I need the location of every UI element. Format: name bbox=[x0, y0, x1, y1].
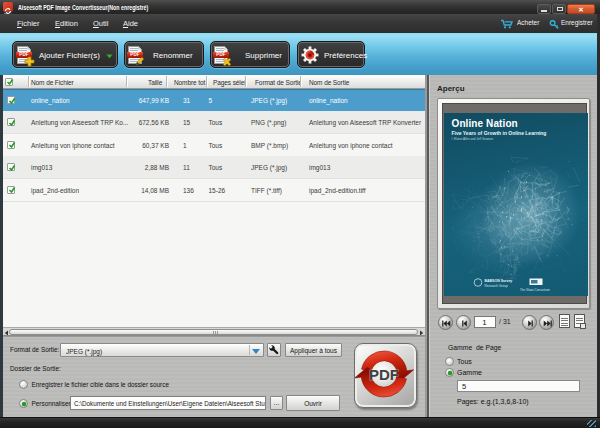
svg-text:The Sloan Consortium: The Sloan Consortium bbox=[520, 288, 550, 292]
svg-text:Research Group: Research Group bbox=[484, 284, 508, 288]
svg-text:BABSON Survey: BABSON Survey bbox=[484, 279, 512, 283]
svg-text:PDF: PDF bbox=[369, 366, 399, 383]
